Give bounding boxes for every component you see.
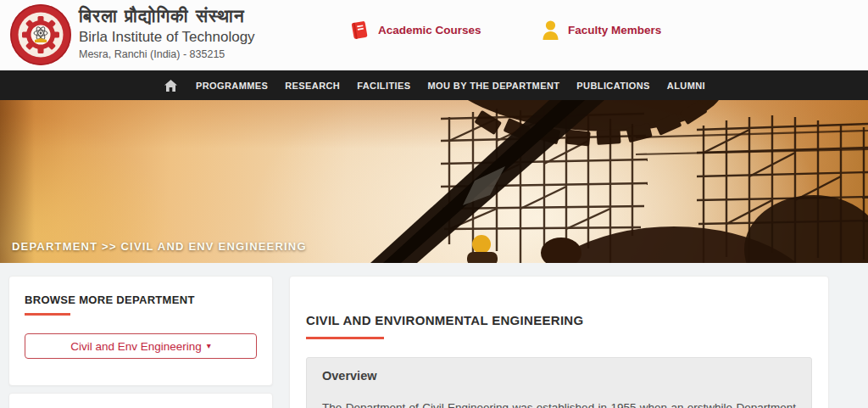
nav-item-mou[interactable]: MOU BY THE DEPARTMENT <box>419 81 568 91</box>
nav-item-alumni[interactable]: ALUMNI <box>659 81 714 91</box>
breadcrumb[interactable]: DEPARTMENT >> CIVIL AND ENV ENGINEERING <box>12 240 307 253</box>
institute-title-hindi: बिरला प्रौद्योगिकी संस्थान <box>79 5 255 27</box>
nav-item-programmes[interactable]: PROGRAMMES <box>187 81 276 91</box>
institute-title-english: Birla Institute of Technology <box>79 27 255 47</box>
overview-panel: Overview The Department of Civil Enginee… <box>306 357 812 408</box>
overview-panel-text: The Department of Civil Engineering was … <box>322 400 796 408</box>
nav-item-facilities[interactable]: FACILITIES <box>348 81 419 91</box>
department-overview-card: CIVIL AND ENVIRONMENTAL ENGINEERING Over… <box>289 276 829 408</box>
nav-item-publications[interactable]: PUBLICATIONS <box>568 81 658 91</box>
main-column: CIVIL AND ENVIRONMENTAL ENGINEERING Over… <box>289 276 829 408</box>
academic-courses-label: Academic Courses <box>378 24 481 36</box>
sidebar-secondary-card <box>8 393 273 408</box>
academic-courses-link[interactable]: Academic Courses <box>349 20 481 41</box>
faculty-members-link[interactable]: Faculty Members <box>541 20 661 41</box>
chevron-down-icon: ▾ <box>207 342 211 350</box>
page-title-rule <box>306 337 384 339</box>
top-header: बिरला प्रौद्योगिकी संस्थान Birla Institu… <box>0 0 868 70</box>
main-navigation: PROGRAMMES RESEARCH FACILITIES MOU BY TH… <box>0 70 868 100</box>
page-title: CIVIL AND ENVIRONMENTAL ENGINEERING <box>306 313 812 327</box>
institute-seal-icon <box>9 3 72 66</box>
faculty-members-label: Faculty Members <box>568 24 661 36</box>
home-icon <box>164 80 177 92</box>
person-icon <box>541 20 560 41</box>
department-dropdown-label: Civil and Env Engineering <box>70 340 202 353</box>
construction-site-illustration <box>0 100 868 263</box>
browse-department-card: BROWSE MORE DEPARTMENT Civil and Env Eng… <box>8 276 273 386</box>
institute-logo[interactable] <box>9 3 72 66</box>
sidebar-heading-rule <box>25 313 70 316</box>
book-icon <box>349 20 370 41</box>
department-dropdown[interactable]: Civil and Env Engineering ▾ <box>25 333 257 359</box>
sidebar-heading: BROWSE MORE DEPARTMENT <box>25 293 257 306</box>
brand-block: बिरला प्रौद्योगिकी संस्थान Birla Institu… <box>79 5 255 62</box>
institute-address: Mesra, Ranchi (India) - 835215 <box>79 47 255 62</box>
home-nav-button[interactable] <box>154 80 187 92</box>
hero-banner: DEPARTMENT >> CIVIL AND ENV ENGINEERING <box>0 100 868 263</box>
overview-panel-title: Overview <box>322 369 796 383</box>
page-content: BROWSE MORE DEPARTMENT Civil and Env Eng… <box>0 263 868 408</box>
nav-item-research[interactable]: RESEARCH <box>276 81 348 91</box>
sidebar: BROWSE MORE DEPARTMENT Civil and Env Eng… <box>8 276 273 408</box>
